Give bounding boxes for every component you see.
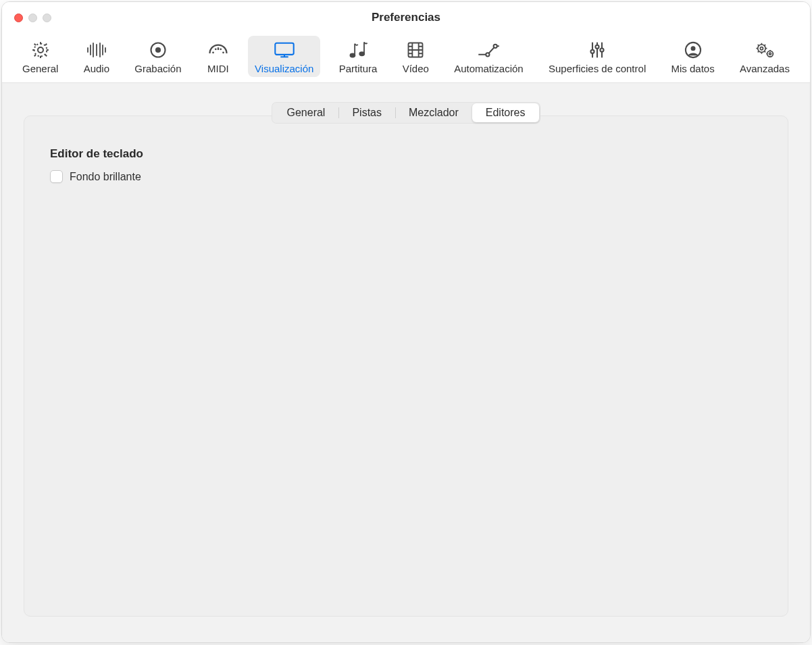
- toolbar-label: General: [22, 63, 58, 74]
- toolbar-video[interactable]: Vídeo: [396, 36, 436, 77]
- toolbar-audio[interactable]: Audio: [77, 36, 116, 77]
- toolbar-label: MIDI: [207, 63, 229, 74]
- midi-icon: [207, 40, 230, 60]
- svg-point-35: [591, 50, 594, 53]
- toolbar-label: Vídeo: [403, 63, 429, 74]
- automation-curve-icon: [477, 40, 500, 60]
- sub-tabs: General Pistas Mezclador Editores: [272, 102, 540, 124]
- tab-label: Mezclador: [409, 107, 459, 118]
- toolbar-label: Avanzadas: [740, 63, 790, 74]
- svg-point-9: [155, 47, 161, 53]
- svg-point-10: [212, 51, 214, 53]
- svg-point-39: [690, 46, 695, 51]
- toolbar-score[interactable]: Partitura: [332, 36, 384, 77]
- svg-point-41: [760, 47, 763, 50]
- section-title: Editor de teclado: [50, 147, 762, 161]
- tab-label: Pistas: [352, 107, 382, 118]
- svg-point-37: [601, 48, 604, 51]
- titlebar: Preferencias: [2, 2, 810, 33]
- tab-label: Editores: [486, 107, 526, 118]
- svg-point-0: [38, 47, 43, 53]
- user-circle-icon: [682, 40, 705, 60]
- monitor-icon: [273, 40, 296, 60]
- record-icon: [147, 40, 170, 60]
- gear-icon: [29, 40, 52, 60]
- close-button[interactable]: [14, 14, 23, 22]
- svg-point-36: [596, 45, 599, 49]
- sliders-icon: [586, 40, 609, 60]
- preferences-window: Preferencias General: [1, 1, 811, 643]
- toolbar-general[interactable]: General: [16, 36, 65, 77]
- bright-background-row: Fondo brillante: [50, 170, 762, 183]
- svg-point-43: [769, 53, 771, 55]
- toolbar-recording[interactable]: Grabación: [128, 36, 188, 77]
- toolbar-label: Grabación: [134, 63, 181, 74]
- content-area: General Pistas Mezclador Editores Editor…: [2, 83, 810, 642]
- toolbar-label: Visualización: [255, 63, 313, 74]
- toolbar-label: Mis datos: [671, 63, 715, 74]
- tab-general[interactable]: General: [273, 103, 338, 122]
- toolbar-automation[interactable]: Automatización: [447, 36, 530, 77]
- svg-point-42: [767, 51, 773, 57]
- checkbox-label: Fondo brillante: [70, 171, 141, 183]
- svg-point-30: [486, 53, 490, 56]
- toolbar-advanced[interactable]: Avanzadas: [733, 36, 796, 77]
- toolbar-label: Partitura: [339, 63, 378, 74]
- toolbar-label: Automatización: [454, 63, 524, 74]
- svg-point-11: [215, 48, 217, 50]
- svg-rect-15: [275, 43, 293, 55]
- toolbar-display[interactable]: Visualización: [248, 36, 320, 77]
- gears-icon: [753, 40, 776, 60]
- tab-editors[interactable]: Editores: [472, 103, 539, 122]
- tab-mixer[interactable]: Mezclador: [395, 103, 472, 122]
- toolbar-midi[interactable]: MIDI: [200, 36, 236, 77]
- svg-point-13: [222, 51, 224, 53]
- svg-point-31: [494, 45, 497, 48]
- tab-label: General: [286, 107, 325, 118]
- toolbar-label: Superficies de control: [549, 63, 646, 74]
- toolbar-label: Audio: [84, 63, 109, 74]
- svg-point-12: [220, 48, 222, 50]
- settings-panel: Editor de teclado Fondo brillante: [24, 115, 788, 617]
- film-icon: [404, 40, 427, 60]
- toolbar-my-info[interactable]: Mis datos: [665, 36, 721, 77]
- bright-background-checkbox[interactable]: [50, 170, 63, 183]
- window-controls: [2, 14, 51, 22]
- window-title: Preferencias: [2, 11, 810, 24]
- music-notes-icon: [347, 40, 370, 60]
- svg-point-40: [758, 45, 765, 52]
- preferences-toolbar: General Audio: [2, 33, 810, 83]
- minimize-button[interactable]: [28, 14, 37, 22]
- maximize-button[interactable]: [43, 14, 51, 22]
- toolbar-control-surfaces[interactable]: Superficies de control: [542, 36, 653, 77]
- waveform-icon: [85, 40, 108, 60]
- tab-tracks[interactable]: Pistas: [338, 103, 395, 122]
